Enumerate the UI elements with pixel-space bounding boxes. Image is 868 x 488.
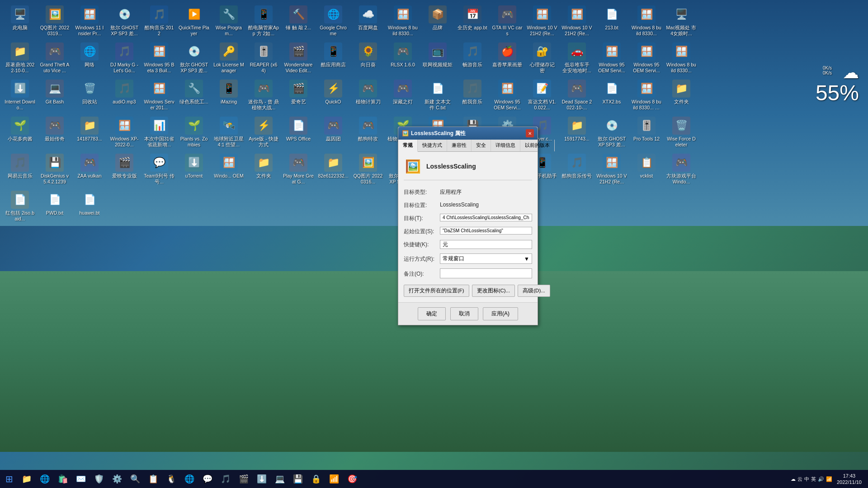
taskbar-qq[interactable]: 🐧 — [163, 471, 180, 487]
desktop-icon-60[interactable]: 📁 文件夹 — [665, 78, 698, 114]
desktop-icon-61[interactable]: 🌱 小花多肉酱 — [4, 115, 36, 151]
desktop-icon-59[interactable]: 🪟 Windows 8 build 8330... 快捷方式 — [630, 78, 663, 114]
taskbar-security[interactable]: 🛡️ — [90, 471, 108, 487]
comment-input[interactable] — [440, 268, 532, 278]
desktop-icon-16[interactable]: 🪟 Windows 10 V21H2 (Re... — [526, 4, 558, 40]
desktop-icon-55[interactable]: 🪟 Windows 95 OEM Servi... — [491, 78, 524, 114]
desktop-icon-11[interactable]: ☁️ 百度网盘 — [352, 4, 384, 40]
desktop-icon-5[interactable]: 🎵 酷狗音乐 2012 — [143, 4, 175, 40]
desktop-icon-56[interactable]: 📝 富达文档 V1.0.022... — [526, 78, 558, 114]
desktop-icon-31[interactable]: 🌻 向日葵 — [352, 41, 384, 77]
desktop-icon-7[interactable]: 🔧 Wise Program... — [212, 4, 245, 40]
tab-compat[interactable]: 兼容性 — [447, 140, 472, 151]
dialog-close-button[interactable]: ✕ — [526, 129, 534, 137]
desktop-icon-50[interactable]: ⚡ QuickO — [317, 78, 349, 114]
desktop-icon-45[interactable]: 🪟 Windows Server 201... — [143, 78, 175, 114]
desktop-icon-23[interactable]: 🌐 网络 — [73, 41, 106, 77]
desktop-icon-78[interactable]: 💿 敖尔 GHOST XP SP3 差... — [595, 115, 628, 151]
desktop-icon-62[interactable]: 🎮 最始传奇 — [38, 115, 71, 151]
desktop-icon-101[interactable]: 📄 红包括 2iso.baid... — [4, 189, 36, 225]
desktop-icon-14[interactable]: 📅 全历史 app.bt — [456, 4, 489, 40]
taskbar-video[interactable]: 🎬 — [235, 471, 252, 487]
desktop-icon-77[interactable]: 📁 15917743... — [561, 115, 593, 151]
desktop-icon-49[interactable]: 🎬 爱奇艺 — [282, 78, 315, 114]
taskbar-network[interactable]: 📶 — [326, 471, 343, 487]
desktop-icon-8[interactable]: 📱 酷电脑管家App 方 2如... — [247, 4, 280, 40]
change-icon-button[interactable]: 更改图标(C)... — [472, 285, 515, 297]
desktop-icon-12[interactable]: 🪟 Windows 8 build 8330... — [387, 4, 419, 40]
desktop-icon-89[interactable]: 🎮 Play More Great G... — [282, 152, 315, 188]
desktop-icon-99[interactable]: 📋 vcklist — [630, 152, 663, 188]
tray-network[interactable]: 📶 — [826, 476, 832, 482]
taskbar-antivirus[interactable]: 🔒 — [307, 471, 325, 487]
taskbar-chrome[interactable]: 🌐 — [181, 471, 198, 487]
taskbar-disk[interactable]: 💾 — [289, 471, 307, 487]
desktop-icon-91[interactable]: 🖼️ QQ图片 20220316... — [352, 152, 384, 188]
target-input[interactable] — [440, 214, 532, 221]
tab-detail[interactable]: 详细信息 — [491, 140, 520, 151]
desktop-icon-87[interactable]: 🪟 Windo... OEM — [212, 152, 245, 188]
desktop-icon-48[interactable]: 🎮 迷你鸟 - 曾 鼎 植物大战... — [247, 78, 280, 114]
ok-button[interactable]: 确定 — [418, 307, 446, 320]
desktop-icon-44[interactable]: 🎵 audiO.mp3 — [108, 78, 141, 114]
desktop-icon-28[interactable]: 🎚️ REAPER (x64) — [247, 41, 280, 77]
taskbar-task-view[interactable]: 📋 — [145, 471, 162, 487]
desktop-icon-63[interactable]: 📁 14187783... — [73, 115, 106, 151]
cancel-button[interactable]: 取消 — [450, 307, 478, 320]
taskbar-store[interactable]: 🛍️ — [54, 471, 71, 487]
desktop-icon-25[interactable]: 🪟 Windows 95 Beta 3 Buil... — [143, 41, 175, 77]
tray-sound[interactable]: 🔊 — [818, 476, 824, 482]
desktop-icon-84[interactable]: 🎬 爱映专业版 — [108, 152, 141, 188]
desktop-icon-6[interactable]: ▶️ QuickTime Player — [178, 4, 210, 40]
desktop-icon-22[interactable]: 🎮 Grand Theft Auto Vice ... — [38, 41, 71, 77]
desktop-icon-34[interactable]: 🎵 畅游音乐 — [456, 41, 489, 77]
desktop-icon-65[interactable]: 📊 本次中国31省 省蔬新增... — [143, 115, 175, 151]
desktop-icon-32[interactable]: 🎮 RLSX 1.6.0 — [387, 41, 419, 77]
desktop-icon-40[interactable]: 🪟 Windows 8 build 8330... — [665, 41, 698, 77]
desktop-icon-4[interactable]: 💿 敖尔 GHOST XP SP3 差... — [108, 4, 141, 40]
desktop-icon-18[interactable]: 📄 213.bt — [595, 4, 628, 40]
desktop-icon-9[interactable]: 🔨 锤 触 敲 2... — [282, 4, 315, 40]
desktop-icon-70[interactable]: 🎮 蕊因团 — [317, 115, 349, 151]
desktop-icon-13[interactable]: 📦 品牌 — [421, 4, 454, 40]
desktop-icon-66[interactable]: 🌱 Plants vs. Zombies — [178, 115, 210, 151]
taskbar-file-explorer[interactable]: 📁 — [18, 471, 35, 487]
advanced-button[interactable]: 高级(D)... — [518, 285, 550, 297]
desktop-icon-71[interactable]: 🎮 酷狗特攻 — [352, 115, 384, 151]
desktop-icon-69[interactable]: 📄 WPS Office — [282, 115, 315, 151]
desktop-icon-47[interactable]: 📱 iMazing — [212, 78, 245, 114]
taskbar-clock[interactable]: 17:43 2022/11/10 — [834, 473, 864, 486]
tab-versions[interactable]: 以前的版本 — [520, 140, 555, 151]
run-mode-select[interactable]: 常规窗口 ▼ — [440, 253, 532, 264]
desktop-icon-29[interactable]: 🎬 Wondershare Video Edit... — [282, 41, 315, 77]
desktop-icon-26[interactable]: 💿 敖尔 GHOST XP SP3 差... — [178, 41, 210, 77]
taskbar-mail[interactable]: ✉️ — [72, 471, 90, 487]
tab-general[interactable]: 常规 — [398, 140, 418, 152]
desktop-icon-35[interactable]: 🍎 嘉香苹果画册 — [491, 41, 524, 77]
desktop-icon-19[interactable]: 🪟 Windows 8 build 8330... — [630, 4, 663, 40]
desktop-icon-67[interactable]: 🛰️ 地球附近卫星 4:1 些望... — [212, 115, 245, 151]
taskbar-git[interactable]: 💻 — [271, 471, 288, 487]
desktop-icon-43[interactable]: 🗑️ 回收站 — [73, 78, 106, 114]
desktop-icon-58[interactable]: 📄 XTX2.bs — [595, 78, 628, 114]
taskbar-music[interactable]: 🎵 — [217, 471, 234, 487]
desktop-icon-81[interactable]: 🎵 网易云音乐 — [4, 152, 36, 188]
open-file-location-button[interactable]: 打开文件所在的位置(F) — [404, 285, 469, 297]
desktop-icon-85[interactable]: 💬 Team9列号 传号... — [143, 152, 175, 188]
start-in-input[interactable] — [440, 227, 532, 235]
desktop-icon-17[interactable]: 🪟 Windows 10 V21H2 (Re... — [561, 4, 593, 40]
desktop-icon-82[interactable]: 💾 DiskGenius v5.4.2.1239 — [38, 152, 71, 188]
desktop-icon-38[interactable]: 🪟 Windows 95 OEM Servi... — [595, 41, 628, 77]
desktop-icon-100[interactable]: 🎮 方块游戏平台 Windo... — [665, 152, 698, 188]
desktop-icon-41[interactable]: ⬇️ Internet Downlo... — [4, 78, 36, 114]
desktop-icon-103[interactable]: 📄 huawei.bt — [73, 189, 106, 225]
desktop-icon-39[interactable]: 🪟 Windows 95 OEM Servi... — [630, 41, 663, 77]
desktop-icon-3[interactable]: 🪟 Windows 11 Insider Pr... — [73, 4, 106, 40]
taskbar-torrent[interactable]: ⬇️ — [253, 471, 270, 487]
desktop-icon-2[interactable]: 🖼️ QQ图片 20220319... — [38, 4, 71, 40]
desktop-icon-102[interactable]: 📄 PWD.txt — [38, 189, 71, 225]
desktop-icon-53[interactable]: 📄 新建 文本文 件 C.txt — [421, 78, 454, 114]
desktop-icon-37[interactable]: 🚗 低谷堆车手 全安地地时... — [561, 41, 593, 77]
tab-shortcut[interactable]: 快捷方式 — [418, 140, 447, 151]
desktop-icon-42[interactable]: 💻 Git Bash — [38, 78, 71, 114]
